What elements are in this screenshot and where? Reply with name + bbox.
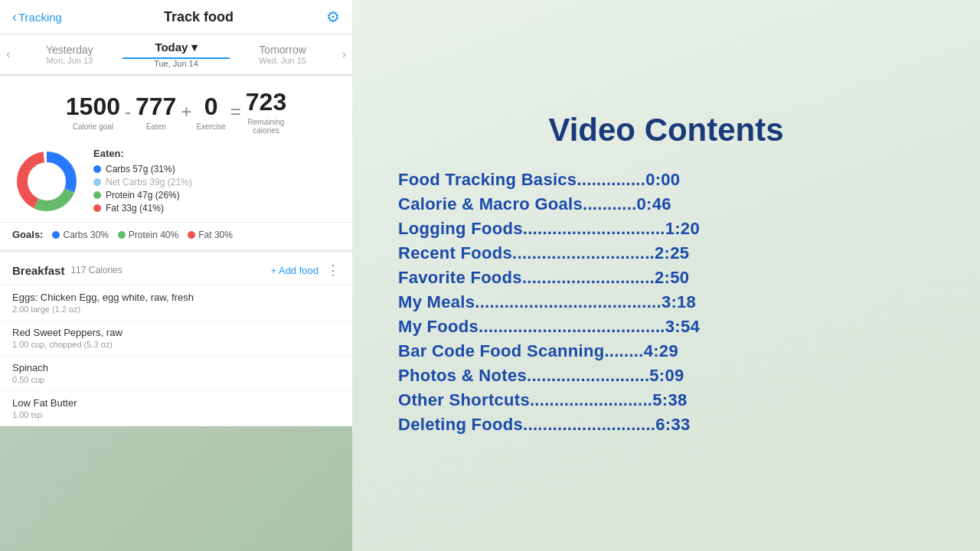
- carbs-dot: [93, 165, 101, 173]
- goal-protein-dot: [118, 231, 126, 239]
- net-carbs-dot: [93, 178, 101, 186]
- contents-item-3[interactable]: Recent Foods............................…: [398, 243, 934, 263]
- add-food-button[interactable]: + Add food: [270, 265, 318, 276]
- macro-net-carbs: Net Carbs 39g (21%): [93, 177, 340, 187]
- phone-ui: ‹ Tracking Track food ⚙ ‹ Yesterday Mon,…: [0, 0, 352, 426]
- exercise-label: Exercise: [196, 122, 225, 131]
- back-label: Tracking: [18, 11, 62, 24]
- goal-fat: Fat 30%: [188, 230, 233, 240]
- food-item-0[interactable]: Eggs: Chicken Egg, egg white, raw, fresh…: [0, 285, 352, 321]
- macro-legend: Eaten: Carbs 57g (31%) Net Carbs 39g (21…: [93, 148, 340, 216]
- right-content: Video Contents Food Tracking Basics.....…: [398, 112, 934, 439]
- today-label: Today ▾: [122, 41, 229, 59]
- macro-fat: Fat 33g (41%): [93, 203, 340, 214]
- eaten-value: 777: [136, 93, 176, 121]
- macro-section: Eaten: Carbs 57g (31%) Net Carbs 39g (21…: [0, 138, 352, 223]
- contents-item-1[interactable]: Calorie & Macro Goals...........0:46: [398, 194, 934, 214]
- eaten-block: 777 Eaten: [136, 93, 176, 131]
- svg-point-3: [30, 165, 64, 198]
- left-panel: ‹ Tracking Track food ⚙ ‹ Yesterday Mon,…: [0, 0, 352, 551]
- remaining-label: Remaining calories: [246, 118, 286, 135]
- meal-header: Breakfast 117 Calories + Add food ⋮: [0, 253, 352, 285]
- food-item-1[interactable]: Red Sweet Peppers, raw 1.00 cup, chopped…: [0, 321, 352, 356]
- macro-protein: Protein 47g (26%): [93, 190, 340, 201]
- meal-more-icon[interactable]: ⋮: [326, 262, 340, 279]
- exercise-value: 0: [196, 93, 225, 121]
- food-detail-0: 2.00 large (1.2 oz): [12, 305, 340, 314]
- tomorrow-nav[interactable]: Tomorrow Wed, Jun 15: [230, 44, 336, 65]
- equals-op: =: [230, 101, 241, 122]
- macro-legend-title: Eaten:: [93, 148, 340, 159]
- plus-op: +: [181, 101, 191, 122]
- back-chevron-icon: ‹: [12, 9, 17, 25]
- remaining-block: 723 Remaining calories: [246, 88, 286, 135]
- food-name-2: Spinach: [12, 362, 340, 373]
- goal-fat-label: Fat 30%: [198, 230, 233, 240]
- video-contents-title: Video Contents: [398, 112, 934, 148]
- prev-day-arrow[interactable]: ‹: [0, 47, 16, 61]
- goals-label: Goals:: [12, 229, 43, 240]
- meal-section: Breakfast 117 Calories + Add food ⋮ Eggs…: [0, 253, 352, 426]
- calories-row: 1500 Calorie goal - 777 Eaten + 0 Exerci…: [0, 76, 352, 138]
- next-day-arrow[interactable]: ›: [336, 47, 352, 61]
- food-name-1: Red Sweet Peppers, raw: [12, 327, 340, 338]
- contents-item-5[interactable]: My Meals................................…: [398, 292, 934, 312]
- tomorrow-label: Tomorrow: [230, 44, 336, 56]
- food-item-2[interactable]: Spinach 0.50 cup: [0, 356, 352, 391]
- right-panel: Video Contents Food Tracking Basics.....…: [352, 0, 980, 551]
- net-carbs-label: Net Carbs 39g (21%): [106, 177, 192, 187]
- yesterday-label: Yesterday: [16, 44, 122, 56]
- contents-item-8[interactable]: Photos & Notes.........................5…: [398, 366, 934, 386]
- app-header: ‹ Tracking Track food ⚙: [0, 0, 352, 34]
- contents-item-6[interactable]: My Foods................................…: [398, 317, 934, 337]
- goal-protein-label: Protein 40%: [129, 230, 178, 240]
- remaining-value: 723: [246, 88, 286, 116]
- yesterday-sub: Mon, Jun 13: [16, 56, 122, 65]
- contents-item-10[interactable]: Deleting Foods..........................…: [398, 415, 934, 435]
- minus-op: -: [125, 101, 131, 122]
- yesterday-nav[interactable]: Yesterday Mon, Jun 13: [16, 44, 122, 65]
- goals-row: Goals: Carbs 30% Protein 40% Fat 30%: [0, 223, 352, 253]
- calorie-goal-value: 1500: [66, 93, 120, 121]
- today-sub: Tue, Jun 14: [122, 59, 229, 68]
- exercise-block: 0 Exercise: [196, 93, 225, 131]
- goal-carbs-label: Carbs 30%: [63, 230, 108, 240]
- contents-item-7[interactable]: Bar Code Food Scanning........4:29: [398, 341, 934, 361]
- contents-item-0[interactable]: Food Tracking Basics..............0:00: [398, 170, 934, 190]
- goal-fat-dot: [188, 231, 195, 239]
- goal-protein: Protein 40%: [118, 230, 178, 240]
- meal-title: Breakfast: [12, 264, 64, 277]
- donut-chart: [12, 147, 81, 216]
- meal-calories: 117 Calories: [70, 265, 122, 276]
- gear-icon[interactable]: ⚙: [326, 8, 340, 26]
- eaten-label: Eaten: [136, 122, 176, 131]
- carbs-label: Carbs 57g (31%): [106, 164, 175, 174]
- food-detail-3: 1.00 tsp: [12, 410, 340, 419]
- date-nav: ‹ Yesterday Mon, Jun 13 Today ▾ Tue, Jun…: [0, 34, 352, 76]
- protein-label: Protein 47g (26%): [106, 190, 180, 201]
- contents-item-2[interactable]: Logging Foods...........................…: [398, 219, 934, 239]
- calorie-goal-label: Calorie goal: [66, 122, 120, 131]
- page-title: Track food: [71, 9, 326, 25]
- today-nav[interactable]: Today ▾ Tue, Jun 14: [122, 41, 229, 68]
- fat-label: Fat 33g (41%): [106, 203, 164, 214]
- food-item-3[interactable]: Low Fat Butter 1.00 tsp: [0, 391, 352, 426]
- protein-dot: [93, 191, 101, 199]
- food-name-0: Eggs: Chicken Egg, egg white, raw, fresh: [12, 292, 340, 303]
- goal-carbs-dot: [52, 231, 60, 239]
- fat-dot: [93, 204, 101, 212]
- contents-item-4[interactable]: Favorite Foods..........................…: [398, 268, 934, 288]
- goal-carbs: Carbs 30%: [52, 230, 108, 240]
- contents-item-9[interactable]: Other Shortcuts.........................…: [398, 390, 934, 410]
- calorie-goal-block: 1500 Calorie goal: [66, 93, 120, 131]
- contents-list: Food Tracking Basics..............0:00 C…: [398, 170, 934, 435]
- back-button[interactable]: ‹ Tracking: [12, 9, 62, 25]
- macro-carbs: Carbs 57g (31%): [93, 164, 340, 174]
- food-name-3: Low Fat Butter: [12, 397, 340, 409]
- food-detail-1: 1.00 cup, chopped (5.3 oz): [12, 340, 340, 349]
- food-detail-2: 0.50 cup: [12, 375, 340, 384]
- tomorrow-sub: Wed, Jun 15: [230, 56, 336, 65]
